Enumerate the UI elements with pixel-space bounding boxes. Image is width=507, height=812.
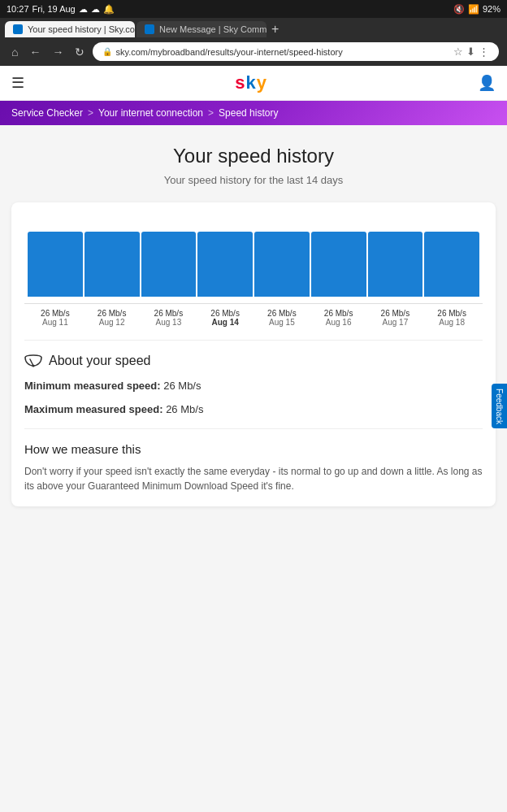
profile-icon[interactable]: 👤 xyxy=(478,74,496,92)
chart-date-label-7: Aug 18 xyxy=(439,318,465,327)
chart-bar-6 xyxy=(368,232,423,297)
address-text: sky.com/mybroadband/results/your-interne… xyxy=(115,47,342,57)
battery-indicator: 92% xyxy=(483,4,500,14)
status-time: 10:27 xyxy=(6,4,29,14)
lock-icon: 🔒 xyxy=(102,47,112,56)
min-speed-value: 26 Mb/s xyxy=(163,380,201,392)
chart-speed-label-6: 26 Mb/s xyxy=(381,309,410,318)
chart-label-group-0: 26 Mb/sAug 11 xyxy=(28,309,83,327)
reload-button[interactable]: ↻ xyxy=(72,44,88,60)
new-tab-button[interactable]: + xyxy=(268,22,282,37)
chart-date-label-0: Aug 11 xyxy=(42,318,68,327)
breadcrumb-sep-2: > xyxy=(208,107,214,119)
tab-new-message[interactable]: New Message | Sky Commu... ✕ xyxy=(136,21,266,37)
chart-bar-4 xyxy=(254,232,310,297)
chart-bar-wrap-5 xyxy=(311,232,366,297)
speed-chart xyxy=(24,215,483,297)
chart-bar-2 xyxy=(141,232,197,297)
chart-speed-label-5: 26 Mb/s xyxy=(324,309,353,318)
chart-speed-label-4: 26 Mb/s xyxy=(267,309,297,318)
sky-logo: sky xyxy=(235,72,267,93)
chart-bar-wrap-2 xyxy=(141,232,197,297)
measure-title: How we measure this xyxy=(24,442,483,456)
status-date: Fri, 19 Aug xyxy=(32,4,76,14)
chart-label-group-2: 26 Mb/sAug 13 xyxy=(141,309,197,327)
chart-bar-5 xyxy=(311,232,366,297)
tab-label-1: Your speed history | Sky.com xyxy=(28,24,135,34)
tab-speed-history[interactable]: Your speed history | Sky.com ✕ xyxy=(5,21,135,37)
breadcrumb-item-internet[interactable]: Your internet connection xyxy=(98,107,203,119)
back-button[interactable]: ← xyxy=(26,44,44,60)
chart-bar-wrap-6 xyxy=(368,232,423,297)
chart-label-group-6: 26 Mb/sAug 17 xyxy=(368,309,423,327)
breadcrumb-item-speed[interactable]: Speed history xyxy=(219,107,278,119)
browser-chrome: Your speed history | Sky.com ✕ New Messa… xyxy=(0,18,507,66)
chart-label-group-4: 26 Mb/sAug 15 xyxy=(254,309,310,327)
cloud2-icon: ☁ xyxy=(91,4,100,15)
chart-bar-wrap-3 xyxy=(197,232,253,297)
feedback-area: Feedback xyxy=(492,384,507,429)
status-time-area: 10:27 Fri, 19 Aug ☁ ☁ 🔔 xyxy=(6,4,115,15)
chart-label-group-7: 26 Mb/sAug 18 xyxy=(424,309,479,327)
menu-icon[interactable]: ⋮ xyxy=(479,46,489,58)
chart-bar-3 xyxy=(197,232,253,297)
chart-bar-1 xyxy=(84,232,140,297)
status-right-area: 🔇 📶 92% xyxy=(453,4,500,15)
divider-2 xyxy=(24,428,483,429)
chart-date-label-3: Aug 14 xyxy=(211,318,238,327)
chart-speed-label-1: 26 Mb/s xyxy=(98,309,127,318)
max-speed-value: 26 Mb/s xyxy=(166,403,203,415)
chart-bar-wrap-4 xyxy=(254,232,310,297)
signal-icon: 📶 xyxy=(468,4,479,15)
address-icons: ☆ ⬇ ⋮ xyxy=(453,46,489,58)
sky-header: ☰ sky 👤 xyxy=(0,66,507,101)
about-speed-title: About your speed xyxy=(24,354,483,368)
chart-label-group-1: 26 Mb/sAug 12 xyxy=(84,309,140,327)
chart-date-label-6: Aug 17 xyxy=(383,318,409,327)
home-button[interactable]: ⌂ xyxy=(8,44,21,60)
max-speed-label: Maximum measured speed: xyxy=(24,403,163,415)
chart-bar-wrap-1 xyxy=(84,232,140,297)
chart-bar-wrap-7 xyxy=(424,232,479,297)
tabs-row: Your speed history | Sky.com ✕ New Messa… xyxy=(5,21,502,37)
page-subtitle: Your speed history for the last 14 days xyxy=(11,174,496,186)
chart-date-label-4: Aug 15 xyxy=(269,318,295,327)
measure-text: Don't worry if your speed isn't exactly … xyxy=(24,464,483,493)
chart-bar-7 xyxy=(424,232,479,297)
cloud-icon: ☁ xyxy=(79,4,88,15)
tab-label-2: New Message | Sky Commu... xyxy=(159,24,266,34)
chart-date-label-2: Aug 13 xyxy=(156,318,182,327)
min-speed-stat: Minimum measured speed: 26 Mb/s xyxy=(24,380,483,392)
forward-button[interactable]: → xyxy=(49,44,67,60)
chart-date-label-5: Aug 16 xyxy=(326,318,352,327)
star-icon[interactable]: ☆ xyxy=(453,46,463,58)
about-speed-label: About your speed xyxy=(49,354,150,368)
chart-bar-0 xyxy=(28,232,83,297)
chart-speed-label-3: 26 Mb/s xyxy=(210,309,240,318)
feedback-button[interactable]: Feedback xyxy=(492,384,507,429)
status-bar: 10:27 Fri, 19 Aug ☁ ☁ 🔔 🔇 📶 92% xyxy=(0,0,507,18)
chart-date-label-1: Aug 12 xyxy=(99,318,125,327)
hamburger-menu[interactable]: ☰ xyxy=(11,74,24,92)
address-bar[interactable]: 🔒 sky.com/mybroadband/results/your-inter… xyxy=(93,42,499,61)
speedometer-icon xyxy=(24,354,42,367)
tab-favicon-2 xyxy=(145,24,154,34)
main-content: Your speed history Your speed history fo… xyxy=(0,125,507,526)
max-speed-stat: Maximum measured speed: 26 Mb/s xyxy=(24,403,483,415)
breadcrumb: Service Checker > Your internet connecti… xyxy=(0,101,507,125)
notification-icon: 🔔 xyxy=(103,4,115,15)
chart-speed-label-7: 26 Mb/s xyxy=(437,309,466,318)
chart-label-group-3: 26 Mb/sAug 14 xyxy=(197,309,253,327)
divider-1 xyxy=(24,340,483,341)
address-row: ⌂ ← → ↻ 🔒 sky.com/mybroadband/results/yo… xyxy=(5,41,502,63)
download-icon[interactable]: ⬇ xyxy=(466,46,475,58)
chart-labels: 26 Mb/sAug 1126 Mb/sAug 1226 Mb/sAug 132… xyxy=(24,303,483,327)
breadcrumb-item-service[interactable]: Service Checker xyxy=(11,107,83,119)
breadcrumb-sep-1: > xyxy=(88,107,93,119)
page-title: Your speed history xyxy=(11,145,496,167)
chart-speed-label-0: 26 Mb/s xyxy=(41,309,70,318)
min-speed-label: Minimum measured speed: xyxy=(24,380,161,392)
chart-bar-wrap-0 xyxy=(28,232,83,297)
volume-icon: 🔇 xyxy=(453,4,465,15)
tab-favicon-1 xyxy=(13,24,23,34)
